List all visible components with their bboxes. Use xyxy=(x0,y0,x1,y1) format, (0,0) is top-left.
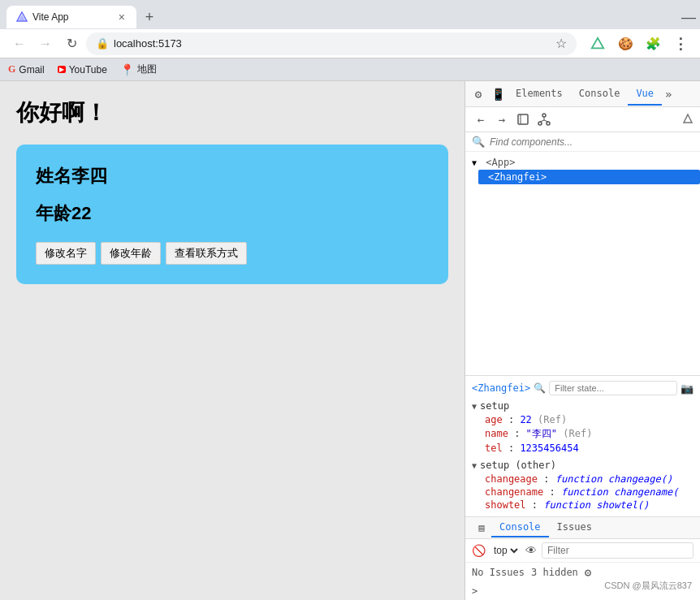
devtools-navigation: ← → xyxy=(465,107,700,132)
menu-icon[interactable]: ⋮ xyxy=(669,32,692,55)
svg-line-10 xyxy=(544,120,548,122)
vite-extension-icon[interactable] xyxy=(586,32,609,55)
setup-section: ▼ setup age : 22 (Ref) name : "李四" (Ref)… xyxy=(465,397,700,456)
console-clear-icon[interactable]: 🚫 xyxy=(472,544,486,557)
tab-title: Vite App xyxy=(32,11,112,23)
console-tab[interactable]: Console xyxy=(491,518,549,537)
component-search-input[interactable] xyxy=(490,136,694,148)
section-arrow-other: ▼ xyxy=(472,461,477,470)
issues-tab[interactable]: Issues xyxy=(549,518,600,537)
console-toolbar: 🚫 top 👁 xyxy=(465,539,700,563)
bookmark-gmail[interactable]: G Gmail xyxy=(8,63,45,76)
prop-showtel: showtel : function showtel() xyxy=(472,499,694,512)
prop-key-tel: tel xyxy=(485,442,503,454)
tree-item-app[interactable]: ▼ <App> xyxy=(465,155,700,170)
tab-elements[interactable]: Elements xyxy=(508,83,571,106)
tab-close-button[interactable]: × xyxy=(117,9,127,25)
hidden-count-text: 3 hidden xyxy=(531,567,578,578)
console-filter-input[interactable] xyxy=(542,542,694,559)
tab-vue[interactable]: Vue xyxy=(628,83,662,106)
setup-other-section-title: setup (other) xyxy=(480,460,556,471)
no-issues-text: No Issues xyxy=(472,567,525,578)
filter-icon: 🔍 xyxy=(534,382,546,394)
state-filter-input[interactable] xyxy=(549,381,677,395)
console-tab-bar: ▤ Console Issues xyxy=(465,516,700,539)
issues-settings-icon[interactable]: ⚙ xyxy=(585,566,591,579)
devtools-settings-icon[interactable]: ⚙ xyxy=(469,84,488,104)
prop-key-changename: changename xyxy=(485,486,543,498)
svg-point-5 xyxy=(542,114,546,117)
console-sidebar-icon[interactable]: ▤ xyxy=(472,518,491,537)
back-button[interactable]: ← xyxy=(8,32,31,55)
prop-type-name: (Ref) xyxy=(563,428,592,439)
change-name-button[interactable]: 修改名字 xyxy=(36,242,96,265)
tree-arrow-app: ▼ xyxy=(472,158,477,167)
prop-type-age: (Ref) xyxy=(538,414,567,425)
state-component-label[interactable]: <Zhangfei> xyxy=(472,382,530,394)
bookmark-maps-label: 地图 xyxy=(137,63,157,76)
svg-line-9 xyxy=(540,120,544,122)
devtools-tree-button[interactable] xyxy=(535,110,553,128)
reload-button[interactable]: ↻ xyxy=(60,32,83,55)
state-panel: <Zhangfei> 🔍 📷 ▼ setup age : 22 (Ref) xyxy=(465,376,700,516)
tab-console[interactable]: Console xyxy=(571,83,629,106)
minimize-button[interactable]: — xyxy=(684,12,694,22)
svg-point-7 xyxy=(547,122,550,125)
setup-section-header[interactable]: ▼ setup xyxy=(472,399,694,413)
prop-changeage: changeage : function changeage() xyxy=(472,473,694,486)
age-display: 年龄22 xyxy=(36,201,429,226)
svg-point-6 xyxy=(538,122,542,125)
prop-key-showtel: showtel xyxy=(485,499,526,511)
bookmark-youtube-label: YouTube xyxy=(69,64,107,76)
devtools-panel: ⚙ 📱 Elements Console Vue » ← → 🔍 xyxy=(465,81,700,600)
bookmark-maps[interactable]: 📍 地图 xyxy=(120,63,157,76)
window-controls: — xyxy=(684,12,694,22)
maps-icon: 📍 xyxy=(120,63,134,76)
zhangfei-tag: <Zhangfei> xyxy=(488,171,547,183)
devtools-tab-bar: ⚙ 📱 Elements Console Vue » xyxy=(465,81,700,107)
forward-button[interactable]: → xyxy=(34,32,57,55)
prop-value-changeage: function changeage() xyxy=(555,473,673,485)
console-context-select[interactable]: top xyxy=(490,544,521,557)
extensions-icon[interactable]: 🧩 xyxy=(642,32,664,55)
url-text: localhost:5173 xyxy=(114,37,551,50)
bookmark-youtube[interactable]: ▶ YouTube xyxy=(58,64,107,76)
browser-tab[interactable]: Vite App × xyxy=(6,6,136,28)
tree-item-zhangfei[interactable]: <Zhangfei> xyxy=(478,170,700,184)
name-display: 姓名李四 xyxy=(36,164,429,188)
watermark: CSDN @晨风流云837 xyxy=(604,580,692,592)
prop-value-tel: 1235456454 xyxy=(520,442,578,454)
search-icon: 🔍 xyxy=(472,136,485,148)
prop-key-changeage: changeage xyxy=(485,473,538,485)
camera-icon[interactable]: 📷 xyxy=(681,382,694,395)
prop-name: name : "李四" (Ref) xyxy=(472,426,694,442)
svg-marker-2 xyxy=(592,37,603,48)
devtools-back-button[interactable]: ← xyxy=(472,110,490,128)
devtools-forward-button[interactable]: → xyxy=(493,110,511,128)
devtools-inspect-button[interactable] xyxy=(514,110,532,128)
url-bar[interactable]: 🔒 localhost:5173 ☆ xyxy=(86,32,577,55)
tab-favicon xyxy=(16,11,28,23)
setup-other-section-header[interactable]: ▼ setup (other) xyxy=(472,458,694,473)
new-tab-button[interactable]: + xyxy=(140,7,159,27)
prop-key-name: name xyxy=(485,428,508,439)
lock-icon: 🔒 xyxy=(96,37,109,50)
view-contact-button[interactable]: 查看联系方式 xyxy=(166,242,247,265)
youtube-icon: ▶ xyxy=(58,66,66,73)
devtools-device-icon[interactable]: 📱 xyxy=(488,84,508,104)
info-card: 姓名李四 年龄22 修改名字 修改年龄 查看联系方式 xyxy=(16,145,448,284)
greeting-text: 你好啊！ xyxy=(16,97,448,128)
prop-value-age: 22 xyxy=(520,414,531,425)
bookmarks-bar: G Gmail ▶ YouTube 📍 地图 xyxy=(0,58,700,81)
section-arrow-setup: ▼ xyxy=(472,402,477,411)
bookmark-star-icon[interactable]: ☆ xyxy=(555,36,567,51)
cookie-icon[interactable]: 🍪 xyxy=(614,32,637,55)
prop-key-age: age xyxy=(485,414,503,425)
change-age-button[interactable]: 修改年龄 xyxy=(101,242,161,265)
svg-rect-3 xyxy=(518,114,528,124)
prop-tel: tel : 1235456454 xyxy=(472,442,694,455)
setup-other-section: ▼ setup (other) changeage : function cha… xyxy=(465,456,700,513)
devtools-more-tabs[interactable]: » xyxy=(662,84,675,104)
eye-icon[interactable]: 👁 xyxy=(525,544,537,557)
action-buttons: 修改名字 修改年龄 查看联系方式 xyxy=(36,242,429,265)
